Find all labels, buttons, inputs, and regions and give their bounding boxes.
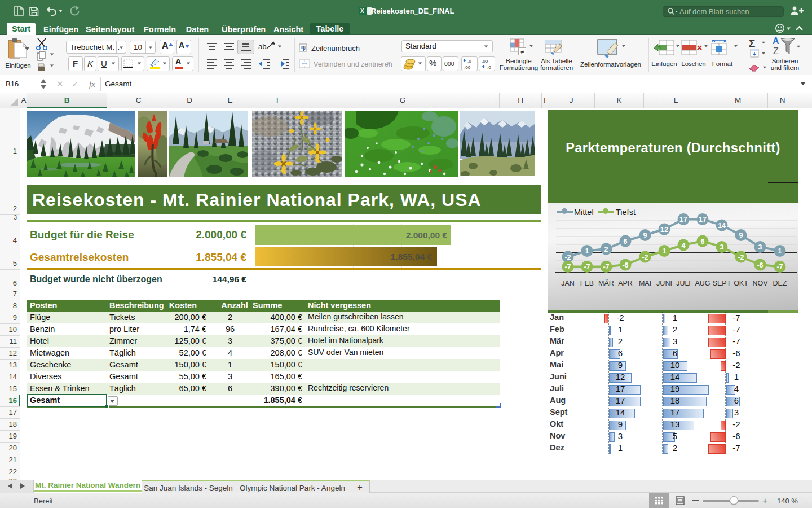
svg-text:OKT: OKT [734,279,748,287]
svg-text:JULI: JULI [676,279,691,287]
svg-text:17: 17 [699,216,707,224]
svg-text:2: 2 [604,246,608,253]
svg-text:17: 17 [679,216,687,224]
svg-text:1: 1 [778,247,782,255]
svg-text:,0: ,0 [487,65,491,70]
svg-text:MÄR: MÄR [598,279,614,287]
svg-text:,00: ,00 [482,59,488,64]
svg-text:3: 3 [758,243,762,251]
svg-text:AUG: AUG [695,279,710,287]
svg-text:SEPT: SEPT [713,279,731,287]
svg-text:ab: ab [258,42,266,51]
svg-text:-7: -7 [564,263,571,271]
svg-text:4: 4 [682,242,686,249]
svg-text:3: 3 [720,243,724,251]
svg-text:-7: -7 [776,263,783,271]
svg-text:-2: -2 [642,253,648,261]
svg-text:JUNI: JUNI [656,279,672,287]
svg-text:,0: ,0 [467,59,471,64]
svg-text:FEB: FEB [580,279,594,287]
svg-text:-6: -6 [757,261,763,269]
svg-text:-2: -2 [738,253,744,261]
svg-text:Tiefst: Tiefst [616,208,636,217]
svg-text:-2: -2 [564,253,571,261]
svg-text:JAN: JAN [561,279,575,287]
svg-text:DEZ: DEZ [773,279,787,287]
svg-text:APR: APR [618,279,633,287]
svg-text:-6: -6 [622,261,628,269]
svg-text:-7: -7 [603,263,609,271]
svg-text:Mittel: Mittel [574,208,594,217]
svg-text:,00: ,00 [464,65,471,70]
svg-text:9: 9 [739,231,743,239]
svg-text:-7: -7 [584,263,590,271]
svg-text:14: 14 [718,222,726,230]
svg-text:6: 6 [701,238,705,246]
svg-text:1: 1 [585,247,589,255]
svg-text:9: 9 [643,231,647,239]
svg-text:MAI: MAI [639,279,651,287]
svg-text:NOV: NOV [752,279,768,287]
svg-text:12: 12 [660,226,668,234]
svg-text:1: 1 [663,247,667,255]
svg-text:6: 6 [624,238,628,246]
